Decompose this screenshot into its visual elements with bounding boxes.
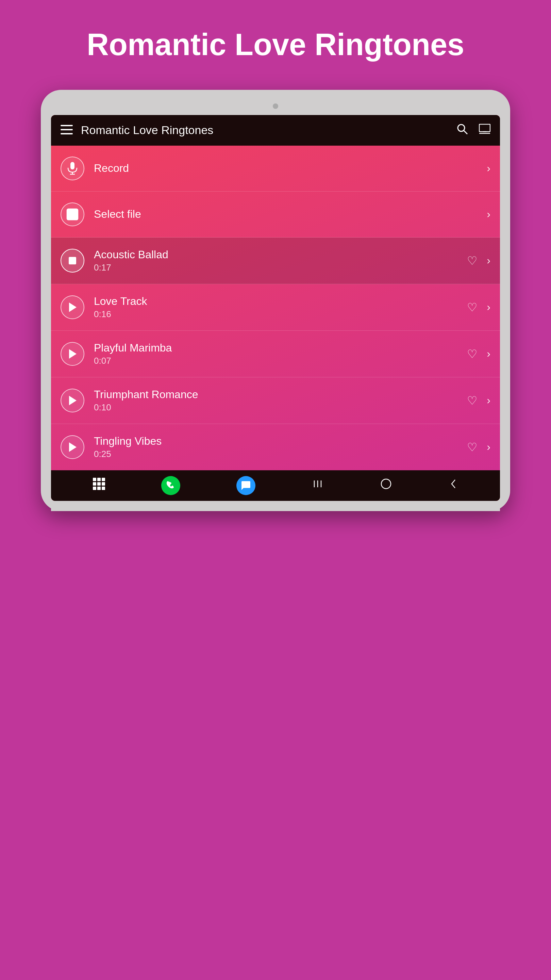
list-item[interactable]: Record › xyxy=(51,146,500,192)
home-circle-icon[interactable] xyxy=(380,478,392,493)
heart-icon[interactable]: ♡ xyxy=(467,440,477,454)
svg-rect-2 xyxy=(60,133,73,134)
acoustic-ballad-text: Acoustic Ballad 0:17 xyxy=(94,248,467,273)
svg-marker-17 xyxy=(69,349,76,359)
play-icon-circle[interactable] xyxy=(60,435,84,459)
tingling-vibes-actions: ♡ › xyxy=(467,440,491,454)
bottom-nav xyxy=(51,470,500,501)
svg-rect-24 xyxy=(97,482,101,485)
record-text: Record xyxy=(94,162,487,175)
svg-line-4 xyxy=(464,130,467,134)
playful-marimba-duration: 0:07 xyxy=(94,356,467,366)
svg-rect-21 xyxy=(97,478,101,481)
tablet-bottom-pad xyxy=(51,501,500,511)
page-title: Romantic Love Ringtones xyxy=(60,27,491,63)
select-file-title: Select file xyxy=(94,208,487,221)
record-icon-circle xyxy=(60,156,84,180)
love-track-title: Love Track xyxy=(94,295,467,308)
menu-icon[interactable] xyxy=(60,123,73,137)
heart-icon[interactable]: ♡ xyxy=(467,254,477,267)
svg-rect-23 xyxy=(93,482,96,485)
svg-rect-22 xyxy=(102,478,105,481)
select-file-actions: › xyxy=(487,208,491,221)
svg-rect-28 xyxy=(102,487,105,490)
content-area: Record › Select file xyxy=(51,146,500,470)
play-icon-circle[interactable] xyxy=(60,342,84,366)
love-track-text: Love Track 0:16 xyxy=(94,295,467,320)
svg-rect-0 xyxy=(60,125,73,126)
svg-marker-16 xyxy=(69,302,76,312)
back-icon[interactable] xyxy=(448,478,459,493)
heart-icon[interactable]: ♡ xyxy=(467,394,477,407)
tablet-device: Romantic Love Ringtones xyxy=(41,90,510,511)
triumphant-romance-actions: ♡ › xyxy=(467,394,491,407)
chevron-right-icon: › xyxy=(487,347,491,360)
list-item[interactable]: Playful Marimba 0:07 ♡ › xyxy=(51,331,500,377)
list-item[interactable]: Triumphant Romance 0:10 ♡ › xyxy=(51,377,500,424)
chevron-right-icon: › xyxy=(487,441,491,453)
tingling-vibes-duration: 0:25 xyxy=(94,449,467,460)
acoustic-ballad-actions: ♡ › xyxy=(467,254,491,267)
app-bar-actions xyxy=(456,123,491,137)
svg-rect-27 xyxy=(97,487,101,490)
triumphant-romance-duration: 0:10 xyxy=(94,402,467,413)
chevron-right-icon: › xyxy=(487,254,491,267)
svg-rect-20 xyxy=(93,478,96,481)
stop-icon-circle[interactable] xyxy=(60,249,84,272)
svg-rect-5 xyxy=(479,124,490,132)
cast-icon[interactable] xyxy=(479,124,491,137)
acoustic-ballad-title: Acoustic Ballad xyxy=(94,248,467,261)
select-file-icon-circle xyxy=(60,202,84,226)
chevron-right-icon: › xyxy=(487,394,491,407)
phone-icon[interactable] xyxy=(161,476,180,495)
tablet-camera xyxy=(273,103,278,109)
svg-rect-15 xyxy=(69,257,76,264)
playful-marimba-title: Playful Marimba xyxy=(94,342,467,354)
svg-marker-18 xyxy=(69,396,76,405)
list-item[interactable]: Acoustic Ballad 0:17 ♡ › xyxy=(51,237,500,284)
chevron-right-icon: › xyxy=(487,208,491,221)
svg-point-32 xyxy=(381,479,391,488)
svg-rect-8 xyxy=(70,162,75,169)
svg-marker-19 xyxy=(69,442,76,452)
tingling-vibes-text: Tingling Vibes 0:25 xyxy=(94,435,467,460)
message-icon[interactable] xyxy=(237,476,256,495)
play-icon-circle[interactable] xyxy=(60,295,84,319)
svg-point-3 xyxy=(458,124,465,131)
svg-rect-25 xyxy=(102,482,105,485)
heart-icon[interactable]: ♡ xyxy=(467,301,477,314)
chevron-right-icon: › xyxy=(487,162,491,175)
heart-icon[interactable]: ♡ xyxy=(467,347,477,361)
love-track-duration: 0:16 xyxy=(94,309,467,320)
record-title: Record xyxy=(94,162,487,175)
app-bar: Romantic Love Ringtones xyxy=(51,115,500,146)
list-item[interactable]: Select file › xyxy=(51,192,500,237)
app-bar-title: Romantic Love Ringtones xyxy=(81,124,456,137)
list-item[interactable]: Love Track 0:16 ♡ › xyxy=(51,284,500,331)
record-actions: › xyxy=(487,162,491,175)
play-icon-circle[interactable] xyxy=(60,388,84,412)
recents-icon[interactable] xyxy=(311,478,324,493)
triumphant-romance-title: Triumphant Romance xyxy=(94,388,467,401)
acoustic-ballad-duration: 0:17 xyxy=(94,262,467,273)
tablet-screen: Romantic Love Ringtones xyxy=(51,115,500,501)
svg-rect-1 xyxy=(60,129,73,130)
search-icon[interactable] xyxy=(456,123,468,137)
svg-rect-26 xyxy=(93,487,96,490)
triumphant-romance-text: Triumphant Romance 0:10 xyxy=(94,388,467,413)
grid-icon[interactable] xyxy=(93,478,105,493)
chevron-right-icon: › xyxy=(487,301,491,313)
list-item[interactable]: Tingling Vibes 0:25 ♡ › xyxy=(51,424,500,470)
playful-marimba-actions: ♡ › xyxy=(467,347,491,361)
select-file-text: Select file xyxy=(94,208,487,221)
love-track-actions: ♡ › xyxy=(467,301,491,314)
playful-marimba-text: Playful Marimba 0:07 xyxy=(94,342,467,366)
tingling-vibes-title: Tingling Vibes xyxy=(94,435,467,447)
